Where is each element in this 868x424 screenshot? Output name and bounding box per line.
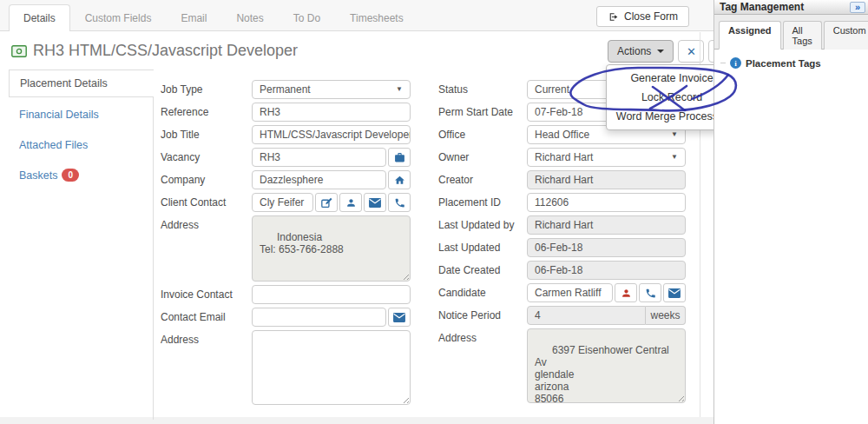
form-row: Job Title HTML/CSS/Javascript Developer (161, 125, 412, 144)
footer-strip (0, 417, 713, 424)
client-address-textarea: Indonesia Tel: 653-766-2888 (252, 215, 411, 282)
page-title: RH3 HTML/CSS/Javascript Developer (33, 42, 298, 60)
close-form-button[interactable]: Close Form (596, 6, 689, 27)
open-contact-button[interactable] (339, 193, 362, 212)
contact-email-input[interactable] (252, 308, 386, 327)
open-candidate-button[interactable] (615, 283, 637, 302)
collapse-panel-button[interactable]: » (850, 2, 865, 13)
edit-icon (321, 197, 332, 209)
notice-period-field: 4 (527, 306, 646, 325)
form-row: Client Contact Cly Feifer (161, 193, 412, 212)
notice-period-unit: weeks (646, 306, 686, 325)
person-icon (345, 197, 357, 209)
actions-label: Actions (617, 45, 651, 57)
owner-value: Richard Hart (535, 149, 593, 166)
tree-item-placement-tags[interactable]: Placement Tags (746, 58, 821, 69)
field-label: Address (438, 328, 527, 403)
job-type-select[interactable]: Permanent▼ (252, 80, 411, 99)
candidate-address-value: 6397 Eisenhower Central Av glendale ariz… (535, 344, 671, 403)
sidebar-divider (153, 70, 154, 420)
client-contact-input[interactable]: Cly Feifer (252, 193, 313, 212)
sidebar-item-placement-details[interactable]: Placement Details (9, 70, 154, 97)
form-column-left: Job Type Permanent▼ Reference RH3 Job Ti… (161, 80, 412, 408)
tag-management-panel: Tag Management » Assigned All Tags Custo… (713, 0, 868, 424)
form-row: Contact Email (161, 308, 412, 327)
form-row: Invoice Contact (161, 285, 412, 304)
field-label: Company (161, 170, 252, 189)
tab-custom-fields[interactable]: Custom Fields (70, 4, 167, 31)
field-label: Placement ID (438, 193, 527, 212)
field-label: Candidate (438, 283, 527, 302)
status-value: Current (535, 81, 569, 98)
tag-tab-custom[interactable]: Custom (824, 21, 868, 50)
edit-contact-button[interactable] (315, 193, 338, 212)
top-tab-bar: Details Custom Fields Email Notes To Do … (0, 0, 713, 31)
invoice-address-textarea[interactable] (252, 330, 411, 405)
section-sidebar: Placement Details Financial Details Atta… (9, 70, 154, 420)
x-icon: ✕ (687, 45, 696, 58)
dropdown-caret-icon: ▼ (396, 81, 403, 98)
owner-select[interactable]: Richard Hart▼ (527, 148, 686, 167)
invoice-contact-input[interactable] (252, 285, 411, 304)
money-icon (11, 45, 27, 57)
title-row: RH3 HTML/CSS/Javascript Developer (11, 42, 298, 60)
field-label: Contact Email (161, 308, 252, 327)
form-row: Last Updated 06-Feb-18 (438, 238, 687, 257)
field-label: Job Type (161, 80, 252, 99)
tab-details[interactable]: Details (9, 4, 70, 31)
resize-handle[interactable] (401, 395, 409, 403)
company-input[interactable]: Dazzlesphere (252, 170, 386, 189)
tag-panel-title: Tag Management (720, 1, 804, 13)
envelope-icon (393, 313, 405, 322)
tag-tab-all-tags[interactable]: All Tags (783, 21, 822, 50)
form-row: Owner Richard Hart▼ (438, 148, 687, 167)
resize-handle[interactable] (676, 394, 684, 401)
field-label: Reference (161, 103, 252, 122)
send-email-button[interactable] (388, 308, 411, 327)
candidate-address-textarea: 6397 Eisenhower Central Av glendale ariz… (527, 328, 686, 403)
field-label: Office (438, 125, 527, 144)
info-icon[interactable]: i (730, 57, 741, 69)
field-label: Address (161, 330, 252, 405)
placement-id-input[interactable]: 112606 (527, 193, 686, 212)
call-contact-button[interactable] (388, 193, 411, 212)
form-row: Creator Richard Hart (438, 170, 687, 189)
form-row: Date Created 06-Feb-18 (438, 261, 687, 280)
tree-connector (720, 63, 726, 63)
tab-notes[interactable]: Notes (221, 4, 278, 31)
field-label: Owner (438, 148, 527, 167)
call-candidate-button[interactable] (639, 283, 661, 302)
form-row: Address (161, 330, 412, 405)
sidebar-item-label: Baskets (19, 169, 57, 182)
form-row: Vacancy RH3 (161, 148, 412, 167)
tab-timesheets[interactable]: Timesheets (335, 4, 418, 31)
job-type-value: Permanent (260, 81, 311, 98)
email-contact-button[interactable] (364, 193, 386, 212)
tab-email[interactable]: Email (166, 4, 221, 31)
form-row: Candidate Carmen Ratliff (438, 283, 687, 302)
job-title-input[interactable]: HTML/CSS/Javascript Developer (252, 125, 411, 144)
field-label: Job Title (161, 125, 252, 144)
sidebar-item-baskets[interactable]: Baskets0 (9, 162, 154, 189)
open-vacancy-button[interactable] (388, 148, 411, 167)
form-row: Address Indonesia Tel: 653-766-2888 (161, 215, 412, 282)
tag-tab-assigned[interactable]: Assigned (719, 21, 781, 50)
client-address-value: Indonesia Tel: 653-766-2888 (260, 231, 344, 255)
form-row: Placement ID 112606 (438, 193, 687, 212)
sidebar-item-financial-details[interactable]: Financial Details (9, 102, 154, 128)
candidate-input[interactable]: Carmen Ratliff (527, 283, 613, 302)
tag-tree: i Placement Tags (714, 50, 868, 76)
tab-to-do[interactable]: To Do (279, 4, 335, 31)
reference-input[interactable]: RH3 (252, 103, 411, 122)
field-label: Date Created (438, 261, 527, 280)
email-candidate-button[interactable] (663, 283, 686, 302)
office-value: Head Office (535, 126, 589, 143)
vacancy-input[interactable]: RH3 (252, 148, 386, 167)
creator-readonly-field: Richard Hart (527, 170, 686, 189)
actions-button[interactable]: Actions (608, 40, 674, 63)
envelope-icon (369, 198, 381, 208)
resize-handle[interactable] (401, 272, 409, 280)
open-company-button[interactable] (388, 170, 411, 189)
baskets-count-badge: 0 (62, 169, 79, 182)
sidebar-item-attached-files[interactable]: Attached Files (9, 132, 154, 158)
